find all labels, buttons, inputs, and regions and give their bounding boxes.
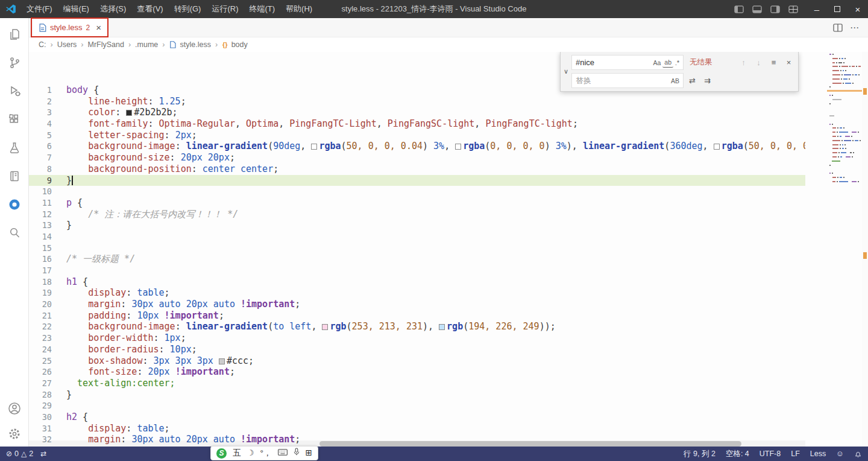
ime-halfwidth-moon-icon[interactable]: ☽ [247, 446, 254, 460]
minimize-button[interactable]: – [807, 0, 827, 18]
line-number[interactable]: 25 [29, 355, 66, 367]
extension-logo-icon[interactable] [7, 197, 22, 212]
tab-close-icon[interactable]: × [96, 22, 101, 33]
find-next-icon[interactable]: ↓ [752, 56, 765, 69]
code-line[interactable]: 13} [29, 220, 805, 231]
menu-edit[interactable]: 编辑(E) [58, 0, 95, 18]
line-number[interactable]: 10 [29, 186, 66, 197]
line-number[interactable]: 24 [29, 344, 66, 355]
editor[interactable]: ∨ Aa ab .* 无结果 ↑ ↓ [29, 52, 868, 447]
code-line[interactable]: 9} [29, 175, 805, 186]
line-number[interactable]: 21 [29, 310, 66, 322]
code-line[interactable]: 23 border-width: 1px; [29, 332, 805, 344]
code-line[interactable]: 12 /* 注：请在大括号内改写！！！ */ [29, 209, 805, 220]
code-line[interactable]: 3 color: #2b2b2b; [29, 107, 805, 118]
notifications-bell-icon[interactable] [854, 450, 862, 458]
code-line[interactable]: 20 margin: 30px auto 20px auto !importan… [29, 299, 805, 310]
menu-help[interactable]: 帮助(H) [280, 0, 318, 18]
breadcrumb-user-folder[interactable]: MrFlySand [87, 40, 125, 49]
line-number[interactable]: 7 [29, 152, 66, 164]
breadcrumb-users[interactable]: Users [56, 40, 78, 49]
line-number[interactable]: 26 [29, 366, 66, 378]
breadcrumb-file[interactable]: style.less [178, 40, 212, 49]
toggle-panel-icon[interactable] [752, 5, 762, 13]
menu-go[interactable]: 转到(G) [169, 0, 207, 18]
horizontal-scrollbar-thumb[interactable] [319, 441, 741, 447]
line-number[interactable]: 16 [29, 253, 66, 265]
sync-icon[interactable]: ⇄ [40, 450, 46, 458]
eol-sequence[interactable]: LF [791, 450, 800, 458]
close-find-icon[interactable]: × [782, 56, 795, 69]
line-number[interactable]: 28 [29, 389, 66, 401]
code-line[interactable]: 7 background-size: 20px 20px; [29, 152, 805, 164]
code-line[interactable]: 14 [29, 231, 805, 243]
whole-word-icon[interactable]: ab [662, 57, 673, 68]
color-swatch[interactable] [219, 358, 225, 364]
line-number[interactable]: 8 [29, 164, 66, 175]
run-debug-icon[interactable] [7, 83, 22, 99]
extensions-icon[interactable] [7, 112, 22, 127]
code-line[interactable]: 19 display: table; [29, 287, 805, 299]
find-in-selection-icon[interactable]: ≡ [767, 56, 780, 69]
preserve-case-icon[interactable]: AB [669, 76, 681, 86]
ime-punctuation-icon[interactable]: °， [260, 446, 272, 460]
toggle-secondary-sidebar-icon[interactable] [770, 5, 780, 13]
indentation[interactable]: 空格: 4 [726, 449, 749, 459]
encoding[interactable]: UTF-8 [760, 450, 781, 458]
code-line[interactable]: 29 [29, 400, 805, 412]
code-line[interactable]: 25 box-shadow: 3px 3px 3px #ccc; [29, 355, 805, 367]
language-mode[interactable]: Less [810, 450, 826, 458]
problems-indicator[interactable]: ⊘ 0 △ 2 [6, 450, 33, 458]
match-case-icon[interactable]: Aa [651, 58, 662, 68]
line-number[interactable]: 19 [29, 287, 66, 299]
line-number[interactable]: 15 [29, 243, 66, 254]
code-line[interactable]: 4 font-family: Optima-Regular, Optima, P… [29, 118, 805, 130]
minimap[interactable] [827, 52, 862, 447]
code-line[interactable]: 28} [29, 389, 805, 401]
explorer-icon[interactable] [7, 27, 22, 42]
code-line[interactable]: 8 background-position: center center; [29, 164, 805, 175]
menu-run[interactable]: 运行(R) [206, 0, 244, 18]
code-line[interactable]: 5 letter-spacing: 2px; [29, 130, 805, 141]
code-line[interactable]: 31 display: table; [29, 423, 805, 434]
code-line[interactable]: 24 border-radius: 10px; [29, 344, 805, 355]
line-number[interactable]: 29 [29, 400, 66, 412]
line-number[interactable]: 27 [29, 378, 66, 389]
code-line[interactable]: 18h1 { [29, 276, 805, 288]
ime-keyboard-icon[interactable] [278, 446, 288, 460]
feedback-icon[interactable]: ☺ [836, 450, 844, 458]
code-line[interactable]: 17 [29, 265, 805, 276]
line-number[interactable]: 12 [29, 209, 66, 220]
breadcrumb-symbol-body[interactable]: body [230, 40, 249, 49]
account-icon[interactable] [7, 401, 22, 416]
line-number[interactable]: 3 [29, 107, 66, 118]
cursor-position[interactable]: 行 9, 列 2 [684, 449, 715, 459]
notebook-icon[interactable] [7, 168, 22, 184]
code-line[interactable]: 15 [29, 243, 805, 254]
ime-toolbox-icon[interactable]: ⊞ [306, 446, 312, 460]
color-swatch[interactable] [311, 144, 317, 150]
toggle-sidebar-icon[interactable] [734, 5, 744, 13]
color-swatch[interactable] [126, 110, 132, 116]
line-number[interactable]: 17 [29, 265, 66, 276]
menu-terminal[interactable]: 终端(T) [244, 0, 280, 18]
breadcrumb-drive[interactable]: C: [37, 40, 48, 49]
split-editor-icon[interactable] [833, 24, 843, 32]
code-line[interactable]: 21 padding: 10px !important; [29, 310, 805, 322]
customize-layout-icon[interactable] [788, 5, 798, 13]
line-number[interactable]: 20 [29, 299, 66, 310]
code-line[interactable]: 10 [29, 186, 805, 197]
code-line[interactable]: 30h2 { [29, 412, 805, 423]
code-line[interactable]: 26 font-size: 20px !important; [29, 366, 805, 378]
regex-icon[interactable]: .* [673, 58, 681, 68]
close-button[interactable]: × [848, 0, 868, 18]
line-number[interactable]: 1 [29, 84, 66, 96]
code-line[interactable]: 16/* 一级标题 */ [29, 253, 805, 265]
settings-gear-icon[interactable] [7, 426, 22, 442]
line-number[interactable]: 18 [29, 276, 66, 288]
code-line[interactable]: 22 background-image: linear-gradient(to … [29, 321, 805, 332]
find-previous-icon[interactable]: ↑ [737, 56, 750, 69]
find-input[interactable] [576, 58, 651, 67]
toggle-replace-chevron-icon[interactable]: ∨ [561, 55, 571, 88]
menu-selection[interactable]: 选择(S) [95, 0, 131, 18]
